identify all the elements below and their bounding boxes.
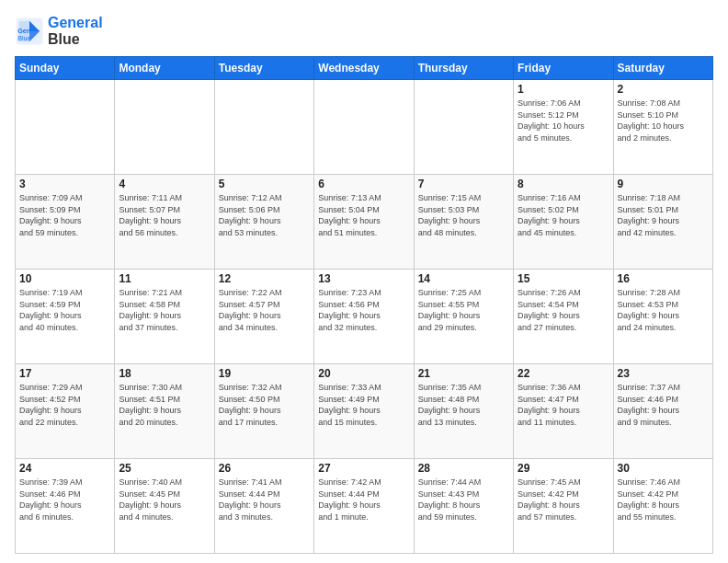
- day-info: Sunrise: 7:26 AM Sunset: 4:54 PM Dayligh…: [518, 287, 609, 333]
- weekday-header-tuesday: Tuesday: [214, 57, 313, 80]
- day-info: Sunrise: 7:30 AM Sunset: 4:51 PM Dayligh…: [119, 382, 210, 428]
- calendar-cell: 28Sunrise: 7:44 AM Sunset: 4:43 PM Dayli…: [414, 459, 513, 554]
- day-info: Sunrise: 7:41 AM Sunset: 4:44 PM Dayligh…: [219, 477, 310, 523]
- day-number: 14: [418, 272, 509, 285]
- day-info: Sunrise: 7:33 AM Sunset: 4:49 PM Dayligh…: [318, 382, 409, 428]
- calendar-cell: 7Sunrise: 7:15 AM Sunset: 5:03 PM Daylig…: [414, 175, 513, 270]
- day-info: Sunrise: 7:36 AM Sunset: 4:47 PM Dayligh…: [518, 382, 609, 428]
- day-number: 30: [618, 462, 709, 475]
- calendar-cell: 3Sunrise: 7:09 AM Sunset: 5:09 PM Daylig…: [16, 175, 115, 270]
- weekday-header-monday: Monday: [115, 57, 214, 80]
- calendar-cell: 16Sunrise: 7:28 AM Sunset: 4:53 PM Dayli…: [613, 270, 712, 364]
- calendar-cell: 27Sunrise: 7:42 AM Sunset: 4:44 PM Dayli…: [314, 459, 414, 554]
- day-number: 28: [418, 462, 509, 475]
- svg-text:Blue: Blue: [17, 33, 30, 41]
- day-number: 21: [418, 367, 509, 380]
- weekday-header-row: SundayMondayTuesdayWednesdayThursdayFrid…: [16, 57, 713, 80]
- calendar-cell: [314, 80, 414, 175]
- calendar-cell: 18Sunrise: 7:30 AM Sunset: 4:51 PM Dayli…: [115, 364, 214, 459]
- day-info: Sunrise: 7:15 AM Sunset: 5:03 PM Dayligh…: [418, 192, 509, 238]
- day-number: 10: [19, 272, 110, 285]
- day-info: Sunrise: 7:11 AM Sunset: 5:07 PM Dayligh…: [119, 192, 210, 238]
- day-info: Sunrise: 7:29 AM Sunset: 4:52 PM Dayligh…: [19, 382, 110, 428]
- calendar-cell: 22Sunrise: 7:36 AM Sunset: 4:47 PM Dayli…: [514, 364, 613, 459]
- day-number: 27: [318, 462, 409, 475]
- day-number: 17: [19, 367, 110, 380]
- day-info: Sunrise: 7:13 AM Sunset: 5:04 PM Dayligh…: [318, 192, 409, 238]
- day-info: Sunrise: 7:22 AM Sunset: 4:57 PM Dayligh…: [219, 287, 310, 333]
- calendar-cell: 14Sunrise: 7:25 AM Sunset: 4:55 PM Dayli…: [414, 270, 513, 364]
- calendar-cell: [214, 80, 313, 175]
- day-number: 12: [219, 272, 310, 285]
- day-number: 9: [618, 178, 709, 190]
- calendar-cell: 10Sunrise: 7:19 AM Sunset: 4:59 PM Dayli…: [16, 270, 115, 364]
- day-info: Sunrise: 7:18 AM Sunset: 5:01 PM Dayligh…: [618, 192, 709, 238]
- calendar-cell: 4Sunrise: 7:11 AM Sunset: 5:07 PM Daylig…: [115, 175, 214, 270]
- calendar-cell: 24Sunrise: 7:39 AM Sunset: 4:46 PM Dayli…: [16, 459, 115, 554]
- calendar-cell: 23Sunrise: 7:37 AM Sunset: 4:46 PM Dayli…: [613, 364, 712, 459]
- calendar-week-1: 1Sunrise: 7:06 AM Sunset: 5:12 PM Daylig…: [16, 80, 713, 175]
- calendar-cell: 5Sunrise: 7:12 AM Sunset: 5:06 PM Daylig…: [214, 175, 313, 270]
- day-info: Sunrise: 7:19 AM Sunset: 4:59 PM Dayligh…: [19, 287, 110, 333]
- calendar-cell: [16, 80, 115, 175]
- day-info: Sunrise: 7:37 AM Sunset: 4:46 PM Dayligh…: [618, 382, 709, 428]
- day-number: 8: [518, 178, 609, 190]
- weekday-header-thursday: Thursday: [414, 57, 513, 80]
- day-info: Sunrise: 7:42 AM Sunset: 4:44 PM Dayligh…: [318, 477, 409, 523]
- day-number: 20: [318, 367, 409, 380]
- calendar-cell: 11Sunrise: 7:21 AM Sunset: 4:58 PM Dayli…: [115, 270, 214, 364]
- calendar-week-3: 10Sunrise: 7:19 AM Sunset: 4:59 PM Dayli…: [16, 270, 713, 364]
- weekday-header-wednesday: Wednesday: [314, 57, 414, 80]
- day-number: 11: [119, 272, 210, 285]
- day-info: Sunrise: 7:35 AM Sunset: 4:48 PM Dayligh…: [418, 382, 509, 428]
- day-number: 19: [219, 367, 310, 380]
- calendar-cell: 1Sunrise: 7:06 AM Sunset: 5:12 PM Daylig…: [514, 80, 613, 175]
- weekday-header-sunday: Sunday: [16, 57, 115, 80]
- calendar-cell: 25Sunrise: 7:40 AM Sunset: 4:45 PM Dayli…: [115, 459, 214, 554]
- day-info: Sunrise: 7:09 AM Sunset: 5:09 PM Dayligh…: [19, 192, 110, 238]
- calendar-cell: 17Sunrise: 7:29 AM Sunset: 4:52 PM Dayli…: [16, 364, 115, 459]
- calendar-cell: 21Sunrise: 7:35 AM Sunset: 4:48 PM Dayli…: [414, 364, 513, 459]
- day-number: 4: [119, 178, 210, 190]
- day-number: 7: [418, 178, 509, 190]
- day-number: 5: [219, 178, 310, 190]
- weekday-header-friday: Friday: [514, 57, 613, 80]
- calendar-cell: 15Sunrise: 7:26 AM Sunset: 4:54 PM Dayli…: [514, 270, 613, 364]
- calendar-cell: 2Sunrise: 7:08 AM Sunset: 5:10 PM Daylig…: [613, 80, 712, 175]
- day-info: Sunrise: 7:16 AM Sunset: 5:02 PM Dayligh…: [518, 192, 609, 238]
- calendar-body: 1Sunrise: 7:06 AM Sunset: 5:12 PM Daylig…: [16, 80, 713, 554]
- calendar-cell: 13Sunrise: 7:23 AM Sunset: 4:56 PM Dayli…: [314, 270, 414, 364]
- day-number: 24: [19, 462, 110, 475]
- day-info: Sunrise: 7:28 AM Sunset: 4:53 PM Dayligh…: [618, 287, 709, 333]
- weekday-header-saturday: Saturday: [613, 57, 712, 80]
- calendar-cell: [414, 80, 513, 175]
- day-number: 2: [618, 83, 709, 96]
- day-info: Sunrise: 7:12 AM Sunset: 5:06 PM Dayligh…: [219, 192, 310, 238]
- logo-icon: Gen Blue: [15, 17, 44, 46]
- calendar-cell: 26Sunrise: 7:41 AM Sunset: 4:44 PM Dayli…: [214, 459, 313, 554]
- day-info: Sunrise: 7:44 AM Sunset: 4:43 PM Dayligh…: [418, 477, 509, 523]
- day-info: Sunrise: 7:40 AM Sunset: 4:45 PM Dayligh…: [119, 477, 210, 523]
- day-number: 25: [119, 462, 210, 475]
- day-number: 18: [119, 367, 210, 380]
- day-number: 26: [219, 462, 310, 475]
- day-number: 16: [618, 272, 709, 285]
- calendar-cell: [115, 80, 214, 175]
- day-info: Sunrise: 7:46 AM Sunset: 4:42 PM Dayligh…: [618, 477, 709, 523]
- calendar-cell: 29Sunrise: 7:45 AM Sunset: 4:42 PM Dayli…: [514, 459, 613, 554]
- calendar-cell: 30Sunrise: 7:46 AM Sunset: 4:42 PM Dayli…: [613, 459, 712, 554]
- day-info: Sunrise: 7:23 AM Sunset: 4:56 PM Dayligh…: [318, 287, 409, 333]
- day-info: Sunrise: 7:32 AM Sunset: 4:50 PM Dayligh…: [219, 382, 310, 428]
- day-info: Sunrise: 7:25 AM Sunset: 4:55 PM Dayligh…: [418, 287, 509, 333]
- logo: Gen Blue General Blue: [15, 15, 103, 47]
- day-number: 3: [19, 178, 110, 190]
- logo-text: General Blue: [48, 15, 103, 47]
- calendar-week-4: 17Sunrise: 7:29 AM Sunset: 4:52 PM Dayli…: [16, 364, 713, 459]
- day-number: 13: [318, 272, 409, 285]
- calendar-cell: 8Sunrise: 7:16 AM Sunset: 5:02 PM Daylig…: [514, 175, 613, 270]
- day-number: 23: [618, 367, 709, 380]
- day-info: Sunrise: 7:08 AM Sunset: 5:10 PM Dayligh…: [618, 98, 709, 144]
- calendar-cell: 19Sunrise: 7:32 AM Sunset: 4:50 PM Dayli…: [214, 364, 313, 459]
- day-number: 1: [518, 83, 609, 96]
- page: Gen Blue General Blue SundayMondayTuesda…: [0, 0, 728, 563]
